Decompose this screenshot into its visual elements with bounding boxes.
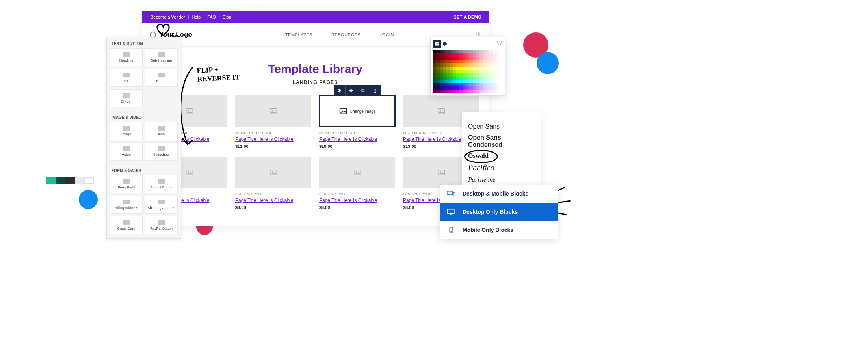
color-swatch[interactable] [450, 67, 453, 70]
color-swatch[interactable] [473, 67, 476, 70]
color-swatch[interactable] [479, 86, 482, 90]
color-swatch[interactable] [436, 53, 439, 56]
color-swatch[interactable] [479, 83, 482, 86]
template-thumb[interactable] [235, 157, 311, 188]
color-swatch[interactable] [469, 57, 472, 60]
color-swatch[interactable] [469, 90, 472, 93]
color-swatch[interactable] [489, 86, 493, 90]
color-swatch[interactable] [499, 53, 502, 56]
color-swatch[interactable] [496, 80, 499, 83]
template-card[interactable]: LANDING PAGEPage Title Here Is Clickable… [235, 157, 311, 210]
color-swatch[interactable] [486, 50, 489, 53]
trash-icon[interactable]: 🗑 [369, 85, 381, 96]
color-swatch[interactable] [440, 83, 443, 86]
color-swatch[interactable] [433, 86, 436, 90]
color-swatch[interactable] [433, 53, 436, 56]
color-swatch[interactable] [466, 80, 469, 83]
template-title-link[interactable]: Page Title Here Is Clickable [235, 136, 293, 142]
color-swatch[interactable] [450, 63, 453, 67]
color-swatch[interactable] [436, 77, 439, 80]
color-swatch[interactable] [456, 50, 459, 53]
color-swatch[interactable] [453, 67, 456, 70]
color-swatch[interactable] [469, 63, 472, 67]
color-swatch[interactable] [476, 90, 479, 93]
topbar-link[interactable]: Help [191, 15, 201, 19]
color-swatch[interactable] [493, 83, 496, 86]
template-title-link[interactable]: Page Title Here Is Clickable [319, 198, 377, 203]
color-swatch[interactable] [476, 80, 479, 83]
color-swatch[interactable] [433, 50, 436, 53]
nav-item[interactable]: RESOURCES [331, 32, 361, 37]
color-swatch[interactable] [479, 77, 482, 80]
color-swatch[interactable] [483, 53, 486, 56]
color-swatch[interactable] [469, 50, 472, 53]
color-swatch[interactable] [443, 60, 446, 63]
color-swatch[interactable] [469, 60, 472, 63]
color-swatch[interactable] [433, 60, 436, 63]
color-swatch[interactable] [456, 53, 459, 56]
color-swatch[interactable] [443, 77, 446, 80]
color-swatch[interactable] [489, 77, 493, 80]
color-swatch[interactable] [436, 67, 439, 70]
color-swatch[interactable] [453, 90, 456, 93]
color-swatch[interactable] [479, 90, 482, 93]
color-swatch[interactable] [456, 73, 459, 77]
color-swatch[interactable] [496, 60, 499, 63]
color-swatch[interactable] [489, 90, 493, 93]
color-swatch[interactable] [446, 57, 450, 60]
color-swatch[interactable] [496, 53, 499, 56]
color-swatch[interactable] [443, 67, 446, 70]
color-swatch[interactable] [456, 83, 459, 86]
color-swatch[interactable] [496, 86, 499, 90]
color-swatch[interactable] [433, 57, 436, 60]
color-swatch[interactable] [479, 50, 482, 53]
element-item[interactable]: Slideshow [145, 142, 178, 161]
color-swatch[interactable] [446, 50, 450, 53]
topbar-link[interactable]: Become a Vendor [151, 15, 185, 19]
color-swatch[interactable] [496, 77, 499, 80]
template-thumb-selected[interactable]: ⚙ ✥ ⧉ 🗑 Change Image [319, 95, 395, 127]
color-swatch[interactable] [443, 90, 446, 93]
block-option-mobile[interactable]: Mobile Only Blocks [440, 221, 558, 239]
color-swatch[interactable] [443, 50, 446, 53]
color-swatch[interactable] [496, 90, 499, 93]
color-swatch[interactable] [443, 70, 446, 73]
color-swatch[interactable] [450, 70, 453, 73]
color-swatch[interactable] [443, 73, 446, 77]
color-swatch[interactable] [436, 80, 439, 83]
color-swatch[interactable] [459, 83, 463, 86]
color-swatch[interactable] [466, 57, 469, 60]
color-swatch[interactable] [473, 53, 476, 56]
color-swatch[interactable] [450, 50, 453, 53]
duplicate-icon[interactable]: ⧉ [357, 85, 369, 96]
color-swatch[interactable] [466, 83, 469, 86]
color-swatch[interactable] [483, 73, 486, 77]
color-swatch[interactable] [499, 73, 502, 77]
color-swatch[interactable] [436, 60, 439, 63]
color-swatch[interactable] [493, 60, 496, 63]
color-swatch[interactable] [459, 73, 463, 77]
color-swatch[interactable] [466, 70, 469, 73]
color-swatch[interactable] [479, 80, 482, 83]
color-swatch[interactable] [473, 80, 476, 83]
color-swatch[interactable] [476, 50, 479, 53]
color-swatch[interactable] [459, 53, 463, 56]
color-swatch[interactable] [459, 80, 463, 83]
color-swatch[interactable] [486, 57, 489, 60]
color-swatch[interactable] [499, 70, 502, 73]
color-swatch[interactable] [486, 63, 489, 67]
element-item[interactable]: Form Field [110, 175, 143, 193]
color-swatch[interactable] [463, 50, 466, 53]
color-swatch[interactable] [466, 60, 469, 63]
color-swatch[interactable] [466, 63, 469, 67]
color-swatch[interactable] [446, 80, 450, 83]
color-swatch[interactable] [463, 70, 466, 73]
color-swatch[interactable] [456, 60, 459, 63]
element-item[interactable]: Submit Button [145, 175, 178, 193]
color-swatch[interactable] [486, 53, 489, 56]
color-swatch[interactable] [443, 83, 446, 86]
color-swatch[interactable] [479, 60, 482, 63]
color-swatch[interactable] [443, 53, 446, 56]
color-swatch[interactable] [486, 83, 489, 86]
color-swatch[interactable] [479, 63, 482, 67]
